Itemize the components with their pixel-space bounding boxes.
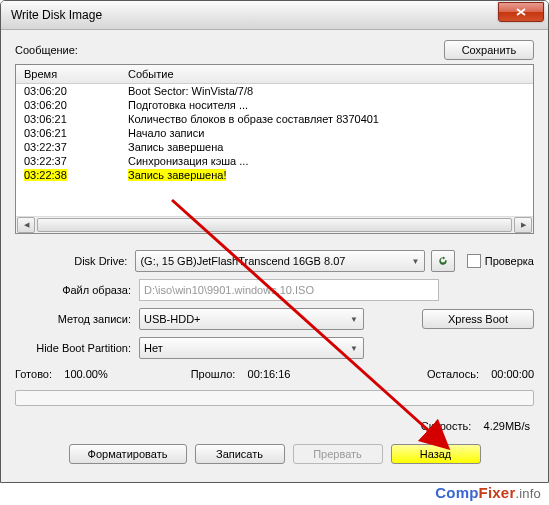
chevron-down-icon: ▼ [347,311,361,327]
image-file-field[interactable]: D:\iso\win10\9901.windows.10.ISO [139,279,439,301]
disk-drive-label: Disk Drive: [15,255,135,267]
scroll-left-arrow[interactable]: ◀ [17,217,35,233]
close-icon [516,8,526,16]
remain-value: 00:00:00 [491,368,534,380]
log-row[interactable]: 03:06:20Подготовка носителя ... [16,98,533,112]
write-method-value: USB-HDD+ [144,313,201,325]
write-method-combo[interactable]: USB-HDD+ ▼ [139,308,364,330]
hide-boot-label: Hide Boot Partition: [15,342,139,354]
watermark: CompFixer.info [435,484,541,501]
scroll-thumb[interactable] [37,218,512,232]
col-time[interactable]: Время [16,68,124,80]
format-button[interactable]: Форматировать [69,444,187,464]
log-row[interactable]: 03:22:37Запись завершена [16,140,533,154]
chevron-down-icon: ▼ [347,340,361,356]
refresh-button[interactable] [431,250,454,272]
disk-drive-combo[interactable]: (G:, 15 GB)JetFlashTranscend 16GB 8.07 ▼ [135,250,425,272]
hide-boot-combo[interactable]: Нет ▼ [139,337,364,359]
log-row[interactable]: 03:22:38Запись завершена! [16,168,533,182]
log-list: Время Событие 03:06:20Boot Sector: WinVi… [15,64,534,234]
verify-label: Проверка [485,255,534,267]
refresh-icon [437,255,449,267]
remain-label: Осталось: [427,368,479,380]
window-title: Write Disk Image [11,8,498,22]
xpress-boot-button[interactable]: Xpress Boot [422,309,534,329]
abort-button: Прервать [293,444,383,464]
log-row[interactable]: 03:06:20Boot Sector: WinVista/7/8 [16,84,533,98]
method-label: Метод записи: [15,313,139,325]
ready-value: 100.00% [64,368,107,380]
titlebar: Write Disk Image [1,1,548,30]
speed-label: Скорость: [421,420,472,432]
back-button[interactable]: Назад [391,444,481,464]
progress-bar [15,390,534,406]
horizontal-scrollbar[interactable]: ◀ ▶ [16,216,533,233]
elapsed-value: 00:16:16 [248,368,291,380]
close-button[interactable] [498,2,544,22]
disk-drive-value: (G:, 15 GB)JetFlashTranscend 16GB 8.07 [140,255,345,267]
save-button[interactable]: Сохранить [444,40,534,60]
file-label: Файл образа: [15,284,139,296]
log-row[interactable]: 03:06:21Начало записи [16,126,533,140]
chevron-down-icon: ▼ [408,253,422,269]
write-button[interactable]: Записать [195,444,285,464]
elapsed-label: Прошло: [191,368,236,380]
verify-checkbox[interactable] [467,254,481,268]
log-row[interactable]: 03:22:37Синхронизация кэша ... [16,154,533,168]
col-event[interactable]: Событие [124,68,533,80]
scroll-right-arrow[interactable]: ▶ [514,217,532,233]
message-label: Сообщение: [15,44,444,56]
hide-boot-value: Нет [144,342,163,354]
image-file-value: D:\iso\win10\9901.windows.10.ISO [144,284,314,296]
ready-label: Готово: [15,368,52,380]
speed-value: 4.29MB/s [484,420,530,432]
log-row[interactable]: 03:06:21Количество блоков в образе соста… [16,112,533,126]
